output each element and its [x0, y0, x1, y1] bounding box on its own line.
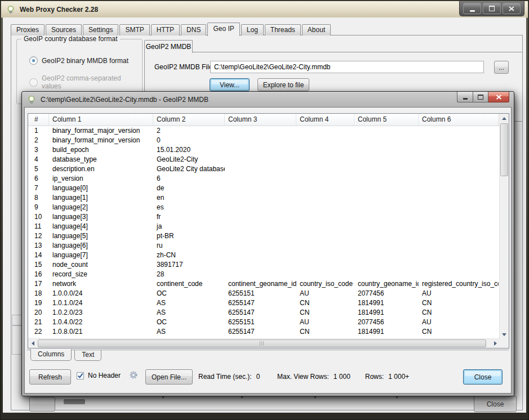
table-cell: 1.0.8.0/21	[49, 327, 153, 337]
tab-dns[interactable]: DNS	[181, 24, 206, 35]
column-header[interactable]: Column 1	[49, 114, 153, 126]
scroll-down-icon[interactable]	[500, 330, 509, 339]
horizontal-scroll-thumb[interactable]	[38, 339, 486, 347]
table-cell: 15.01.2020	[153, 145, 225, 155]
horizontal-scrollbar[interactable]	[28, 338, 500, 348]
tab-settings[interactable]: Settings	[83, 24, 118, 35]
table-cell	[296, 155, 354, 164]
table-cell: 13	[28, 241, 49, 251]
table-row[interactable]: 12language[5]pt-BR	[28, 231, 500, 241]
table-cell: pt-BR	[153, 231, 225, 241]
table-row[interactable]: 5description.enGeoLite2 City database	[28, 164, 500, 174]
dialog-close-button[interactable]: Close	[463, 369, 503, 385]
table-cell	[296, 145, 354, 155]
column-header[interactable]: Column 3	[225, 114, 296, 126]
table-row[interactable]: 2binary_format_minor_version0	[28, 136, 500, 145]
table-row[interactable]: 221.0.8.0/21AS6255147CN1814991CN	[28, 327, 500, 337]
open-file-button[interactable]: Open File...	[145, 369, 193, 385]
column-header[interactable]: Column 5	[354, 114, 419, 126]
table-row[interactable]: 15node_count3891717	[28, 260, 500, 270]
table-cell: network	[49, 279, 153, 289]
table-cell: 3891717	[153, 260, 225, 270]
table-row[interactable]: 181.0.0.0/24OC6255151AU2077456AU	[28, 289, 500, 298]
column-header[interactable]: #	[28, 114, 49, 126]
table-cell	[225, 212, 296, 222]
minimize-icon[interactable]	[463, 3, 481, 14]
main-close-button[interactable]: Close	[474, 396, 517, 412]
dialog-minimize-icon[interactable]	[457, 92, 473, 102]
table-cell: CN	[296, 308, 354, 318]
mmdb-table-body: 1binary_format_major_version22binary_for…	[28, 126, 500, 338]
table-row[interactable]: 4database_typeGeoLite2-City	[28, 155, 500, 164]
no-header-checkbox[interactable]	[77, 372, 84, 379]
table-cell: continent_code	[153, 279, 225, 289]
tab-text[interactable]: Text	[74, 350, 101, 361]
table-row[interactable]: 8language[1]en	[28, 193, 500, 203]
table-cell	[225, 164, 296, 174]
table-cell: 1814991	[354, 327, 419, 337]
table-cell: database_type	[49, 155, 153, 164]
browse-button[interactable]: ...	[494, 61, 509, 74]
table-row[interactable]: 7language[0]de	[28, 184, 500, 193]
scroll-left-icon[interactable]	[28, 339, 37, 348]
no-header-option[interactable]: No Header	[77, 372, 121, 379]
table-row[interactable]: 191.0.1.0/24AS6255147CN1814991CN	[28, 298, 500, 308]
dialog-titlebar[interactable]: C:\temp\GeoLite2\GeoLite2-City.mmdb - Ge…	[22, 92, 514, 107]
table-row[interactable]: 10language[3]fr	[28, 212, 500, 222]
view-button[interactable]: View...	[210, 78, 250, 91]
main-tabbar: ProxiesSourcesSettingsSMTPHTTPDNSGeo IPL…	[11, 23, 332, 35]
table-cell: AU	[296, 289, 354, 298]
scroll-up-icon[interactable]	[500, 114, 509, 123]
table-cell	[296, 212, 354, 222]
tab-smtp[interactable]: SMTP	[119, 24, 149, 35]
column-header[interactable]: Column 4	[296, 114, 354, 126]
table-cell	[296, 126, 354, 136]
settings-gear-icon[interactable]	[128, 370, 139, 380]
tab-columns[interactable]: Columns	[30, 349, 72, 361]
column-header[interactable]: Column 6	[419, 114, 499, 126]
tab-http[interactable]: HTTP	[151, 24, 180, 35]
table-row[interactable]: 13language[6]ru	[28, 241, 500, 251]
table-cell: AU	[419, 318, 499, 327]
refresh-button[interactable]: Refresh	[29, 369, 71, 385]
vertical-scroll-thumb[interactable]	[500, 123, 508, 176]
radio-mmdb-format[interactable]: GeoIP2 binary MMDB format	[29, 56, 128, 65]
table-row[interactable]: 201.0.2.0/23AS6255147CN1814991CN	[28, 308, 500, 318]
dialog-close-icon[interactable]	[488, 92, 509, 102]
column-header[interactable]: Column 2	[153, 114, 225, 126]
table-cell: 5	[28, 164, 49, 174]
table-row[interactable]: 9language[2]es	[28, 203, 500, 212]
main-titlebar[interactable]: Web Proxy Checker 2.28	[1, 1, 528, 18]
table-cell	[419, 193, 499, 203]
table-row[interactable]: 3build_epoch15.01.2020	[28, 145, 500, 155]
explore-to-file-button[interactable]: Explore to file	[257, 78, 309, 91]
table-cell	[225, 193, 296, 203]
tab-sources[interactable]: Sources	[46, 24, 82, 35]
table-cell	[419, 222, 499, 231]
vertical-scrollbar[interactable]	[499, 114, 509, 339]
radio-selected-icon[interactable]	[29, 56, 38, 65]
table-cell: description.en	[49, 164, 153, 174]
table-cell: CN	[296, 327, 354, 337]
mmdb-file-input[interactable]	[210, 61, 484, 73]
tab-geoip2-mmdb[interactable]: GeoIP2 MMDB	[144, 40, 193, 53]
tab-log[interactable]: Log	[241, 24, 264, 35]
tab-about[interactable]: About	[302, 24, 331, 35]
table-row[interactable]: 211.0.4.0/22OC6255151AU2077456AU	[28, 318, 500, 327]
table-row[interactable]: 11language[4]ja	[28, 222, 500, 231]
close-icon[interactable]	[503, 3, 521, 14]
table-cell: 22	[28, 327, 49, 337]
table-cell: OC	[153, 289, 225, 298]
table-row[interactable]: 17networkcontinent_codecontinent_geoname…	[28, 279, 500, 289]
dialog-maximize-icon[interactable]	[473, 92, 488, 102]
tab-geo-ip[interactable]: Geo IP	[207, 23, 239, 36]
maximize-icon[interactable]	[483, 3, 501, 14]
table-row[interactable]: 14language[7]zh-CN	[28, 251, 500, 260]
table-row[interactable]: 6ip_version6	[28, 174, 500, 184]
table-row[interactable]: 16record_size28	[28, 270, 500, 279]
tab-proxies[interactable]: Proxies	[11, 24, 45, 35]
scroll-right-icon[interactable]	[491, 339, 500, 348]
table-row[interactable]: 1binary_format_major_version2	[28, 126, 500, 136]
tab-threads[interactable]: Threads	[265, 24, 301, 35]
table-cell: 3	[28, 145, 49, 155]
